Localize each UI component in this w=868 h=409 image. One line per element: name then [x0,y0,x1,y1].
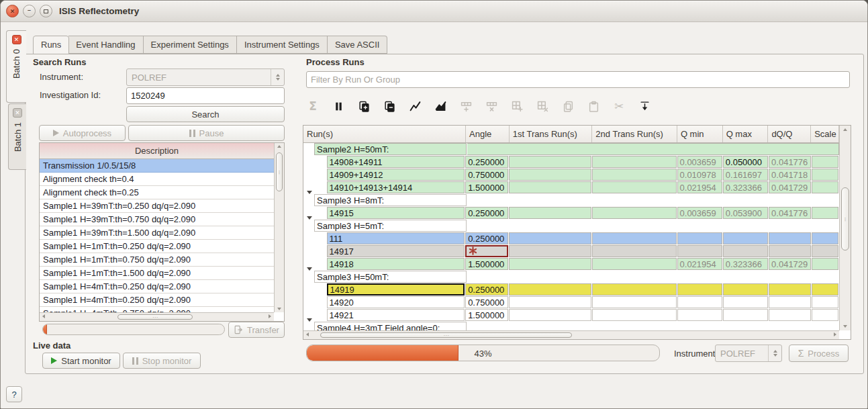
column-header-q-max[interactable]: Q max [723,126,769,142]
cell-group-name[interactable]: Sample2 H=50mT: [314,143,467,155]
search-result-row[interactable]: Alignment check th=0.4 [40,173,274,186]
cell-qmin[interactable] [677,296,722,308]
run-row[interactable]: 149190.250000 [303,283,839,296]
cell-qmax[interactable] [723,296,768,308]
cell-angle-invalid[interactable] [465,245,508,257]
cell-qmax[interactable] [723,245,768,257]
search-result-row[interactable]: Alignment check th=0.25 [40,186,274,199]
instrument-combobox[interactable]: POLREF [126,69,285,86]
group-expand-toggle[interactable] [303,271,314,283]
window-close-button[interactable]: ✕ [6,5,19,17]
cell-angle[interactable]: 1.500000 [465,181,508,193]
run-row[interactable]: 14917 [303,245,839,258]
cell-dq[interactable]: 0.041776 [769,207,811,219]
cell-scale[interactable] [812,207,838,219]
group-expand-toggle[interactable] [303,322,314,330]
cell-run[interactable]: 14921 [327,309,465,321]
cell-scale[interactable] [812,258,838,270]
cell-qmin[interactable] [677,232,722,244]
cell-qmax[interactable]: 0.053900 [723,207,768,219]
cell-scale[interactable] [812,232,838,244]
column-header-1st-trans-run-s[interactable]: 1st Trans Run(s) [510,126,593,142]
cell-run[interactable]: 14918 [327,258,465,270]
cell-trans2[interactable] [592,258,677,270]
expand-groups-icon[interactable] [355,97,373,115]
cell-trans1[interactable] [509,245,591,257]
tab-save-ascii[interactable]: Save ASCII [328,36,387,54]
batch-tab-batch-0[interactable]: ✕Batch 0 [6,30,26,103]
cell-angle[interactable]: 0.750000 [465,169,508,181]
run-row[interactable]: 149200.750000 [303,296,839,309]
search-result-row[interactable]: Sample1 H=4mT:th=0.750 dq/q=2.090 [40,307,274,312]
cell-run[interactable]: 14920 [327,296,465,308]
column-header-scale[interactable]: Scale [811,126,839,142]
table-horizontal-scrollbar[interactable]: ⋯ [303,330,839,339]
group-row[interactable]: Sample4 H=3mT Field angle=0: [303,322,839,330]
search-result-row[interactable]: Sample1 H=39mT:th=1.500 dq/q=2.090 [40,226,274,240]
transfer-button[interactable]: Transfer [228,322,285,338]
help-button[interactable]: ? [6,386,22,402]
run-row[interactable]: 14908+149110.2500000.0036590.0500000.041… [303,156,839,169]
cell-run[interactable]: 111 [327,232,465,244]
cell-group-name[interactable]: Sample3 H=5mT: [314,220,467,232]
cell-trans2[interactable] [592,296,677,308]
cell-angle[interactable]: 1.500000 [465,258,508,270]
cell-qmin[interactable] [677,283,722,296]
column-header-2nd-trans-run-s[interactable]: 2nd Trans Run(s) [592,126,677,142]
cell-trans2[interactable] [592,283,677,296]
cell-dq[interactable] [769,309,811,321]
cell-qmax[interactable] [723,283,768,296]
plot-groups-icon[interactable] [432,97,449,115]
close-icon[interactable]: ✕ [13,108,22,118]
cell-angle[interactable]: 1.500000 [465,309,508,321]
cell-trans2[interactable] [592,156,677,168]
cell-trans2[interactable] [592,245,677,257]
search-result-row[interactable]: Sample1 H=39mT:th=0.750 dq/q=2.090 [40,213,274,226]
cell-qmin[interactable]: 0.003659 [677,207,722,219]
cell-dq[interactable]: 0.041729 [769,181,811,193]
group-expand-toggle[interactable] [303,220,314,232]
cell-run[interactable]: 14909+14912 [327,169,465,181]
cell-run[interactable]: 14910+14913+14914 [327,181,465,193]
run-row[interactable]: 149181.5000000.0219540.3233660.041729 [303,258,839,271]
cell-trans1[interactable] [509,283,591,296]
table-vertical-scrollbar[interactable]: ⁝ [839,126,851,330]
cell-trans2[interactable] [592,181,677,193]
stop-monitor-button[interactable]: Stop monitor [123,353,201,369]
cell-angle[interactable]: 0.250000 [465,283,508,296]
run-row[interactable]: 149211.500000 [303,309,839,322]
column-header-q-min[interactable]: Q min [677,126,723,142]
cell-dq[interactable] [769,245,811,257]
window-maximize-button[interactable] [40,5,52,17]
cell-scale[interactable] [812,156,838,168]
cell-qmin[interactable]: 0.021954 [677,181,722,193]
cell-angle[interactable]: 0.250000 [465,232,508,244]
group-row[interactable]: Sample3 H=50mT: [303,271,839,283]
cell-dq[interactable] [769,283,811,296]
investigation-id-input[interactable] [126,87,285,104]
description-vertical-scrollbar[interactable]: ⁝ [274,143,284,312]
search-result-row[interactable]: Sample1 H=4mT:th=0.250 dq/q=2.090 [40,280,274,293]
cell-trans1[interactable] [509,156,591,168]
cell-dq[interactable] [769,296,811,308]
cell-group-name[interactable]: Sample3 H=8mT: [314,194,467,206]
search-result-row[interactable]: Sample1 H=1mT:th=1.500 dq/q=2.090 [40,267,274,280]
tab-instrument-settings[interactable]: Instrument Settings [237,36,328,54]
tab-runs[interactable]: Runs [33,36,69,54]
cell-angle[interactable]: 0.250000 [465,156,508,168]
cell-scale[interactable] [812,296,838,308]
run-row[interactable]: 14909+149120.7500000.0109780.1616970.041… [303,169,839,181]
column-header-angle[interactable]: Angle [466,126,510,142]
run-row[interactable]: 14910+14913+149141.5000000.0219540.32336… [303,181,839,194]
cell-trans2[interactable] [592,169,677,181]
cell-scale[interactable] [812,245,838,257]
pause-button[interactable]: Pause [128,125,285,141]
group-row[interactable]: Sample3 H=8mT: [303,194,839,207]
cell-dq[interactable]: 0.041776 [769,156,811,168]
search-result-row[interactable]: Sample1 H=39mT:th=0.250 dq/q=2.090 [40,199,274,213]
plot-rows-icon[interactable] [406,97,424,115]
cell-qmax[interactable]: 0.323366 [723,181,768,193]
filter-input[interactable] [306,71,850,88]
cell-scale[interactable] [812,309,838,321]
cell-trans1[interactable] [509,232,591,244]
